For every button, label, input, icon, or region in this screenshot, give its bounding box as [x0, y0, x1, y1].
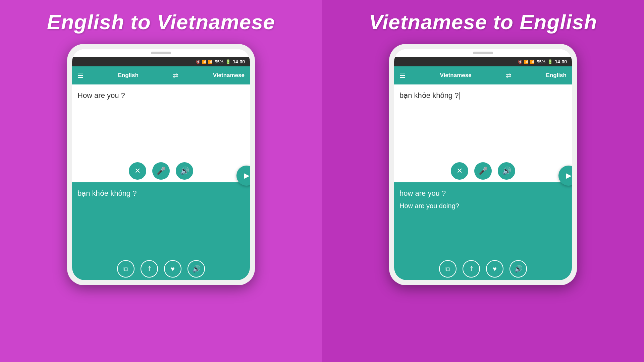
left-input-text: How are you ?: [77, 90, 245, 101]
left-clear-button[interactable]: ✕: [129, 162, 146, 180]
left-battery: 55%: [215, 59, 223, 64]
right-phone-inner: 🔇 📶 📶 55% 🔋 14:30 ☰ Vietnamese ⇄ English…: [394, 49, 572, 280]
left-phone: 🔇 📶 📶 55% 🔋 14:30 ☰ English ⇄ Vietnamese…: [67, 44, 255, 285]
left-input-area[interactable]: How are you ?: [72, 84, 250, 158]
right-wifi-icon: 📶: [524, 60, 529, 64]
right-favorite-button[interactable]: ♥: [486, 260, 503, 278]
left-copy-button[interactable]: ⧉: [117, 260, 135, 278]
right-time: 14:30: [555, 59, 567, 64]
right-battery-icon: 🔋: [547, 59, 553, 64]
right-signal-icon: 📶: [530, 60, 535, 64]
left-phone-inner: 🔇 📶 📶 55% 🔋 14:30 ☰ English ⇄ Vietnamese…: [72, 49, 250, 280]
left-output-buttons: ⧉ ⤴ ♥ 🔊: [72, 256, 250, 280]
left-battery-icon: 🔋: [225, 59, 231, 64]
left-volume-button[interactable]: 🔊: [187, 260, 205, 278]
left-panel: English to Vietnamese 🔇 📶 📶 55% 🔋 14:30 …: [0, 0, 322, 362]
right-phone-notch: [473, 52, 493, 54]
right-output-buttons: ⧉ ⤴ ♥ 🔊: [394, 256, 572, 280]
left-favorite-button[interactable]: ♥: [164, 260, 181, 278]
left-panel-title: English to Vietnamese: [40, 10, 282, 34]
left-status-bar: 🔇 📶 📶 55% 🔋 14:30: [72, 57, 250, 66]
left-wifi-icon: 📶: [202, 60, 207, 64]
left-mic-button[interactable]: 🎤: [152, 162, 170, 180]
left-time: 14:30: [233, 59, 245, 64]
left-signal-icon: 📶: [208, 60, 213, 64]
right-speak-button[interactable]: 🔊: [498, 162, 515, 180]
right-source-lang[interactable]: Vietnamese: [440, 72, 471, 79]
left-speak-button[interactable]: 🔊: [176, 162, 193, 180]
right-input-text: bạn khỏe không ?: [399, 90, 567, 101]
right-input-buttons: ✕ 🎤 🔊 ▶: [394, 158, 572, 182]
left-target-lang[interactable]: Vietnamese: [213, 72, 245, 79]
left-app-toolbar: ☰ English ⇄ Vietnamese: [72, 66, 250, 84]
right-clear-button[interactable]: ✕: [451, 162, 468, 180]
left-share-button[interactable]: ⤴: [141, 260, 158, 278]
right-output-text1: how are you ?: [399, 188, 567, 199]
right-copy-button[interactable]: ⧉: [439, 260, 457, 278]
right-battery: 55%: [537, 59, 545, 64]
right-panel: Vietnamese to English 🔇 📶 📶 55% 🔋 14:30 …: [322, 0, 644, 362]
right-output-text2: How are you doing?: [399, 201, 567, 211]
right-swap-icon[interactable]: ⇄: [506, 71, 512, 79]
right-menu-icon[interactable]: ☰: [399, 71, 406, 79]
right-mic-button[interactable]: 🎤: [474, 162, 492, 180]
left-source-lang[interactable]: English: [118, 72, 138, 79]
right-cursor: [459, 92, 460, 100]
right-output-area: how are you ? How are you doing?: [394, 182, 572, 256]
right-share-button[interactable]: ⤴: [463, 260, 480, 278]
right-status-icons: 🔇 📶 📶: [518, 60, 535, 64]
right-input-area[interactable]: bạn khỏe không ?: [394, 84, 572, 158]
left-swap-icon[interactable]: ⇄: [173, 71, 178, 79]
right-status-bar: 🔇 📶 📶 55% 🔋 14:30: [394, 57, 572, 66]
left-mute-icon: 🔇: [196, 60, 201, 64]
left-phone-notch: [151, 52, 171, 54]
left-menu-icon[interactable]: ☰: [77, 71, 84, 79]
right-volume-button[interactable]: 🔊: [509, 260, 527, 278]
right-app-toolbar: ☰ Vietnamese ⇄ English: [394, 66, 572, 84]
right-panel-title: Vietnamese to English: [362, 10, 604, 34]
left-status-icons: 🔇 📶 📶: [196, 60, 213, 64]
right-mute-icon: 🔇: [518, 60, 523, 64]
right-phone: 🔇 📶 📶 55% 🔋 14:30 ☰ Vietnamese ⇄ English…: [389, 44, 577, 285]
left-input-buttons: ✕ 🎤 🔊 ▶: [72, 158, 250, 182]
left-output-area: bạn khỏe không ?: [72, 182, 250, 256]
right-target-lang[interactable]: English: [546, 72, 567, 79]
left-output-text: bạn khỏe không ?: [77, 188, 245, 199]
